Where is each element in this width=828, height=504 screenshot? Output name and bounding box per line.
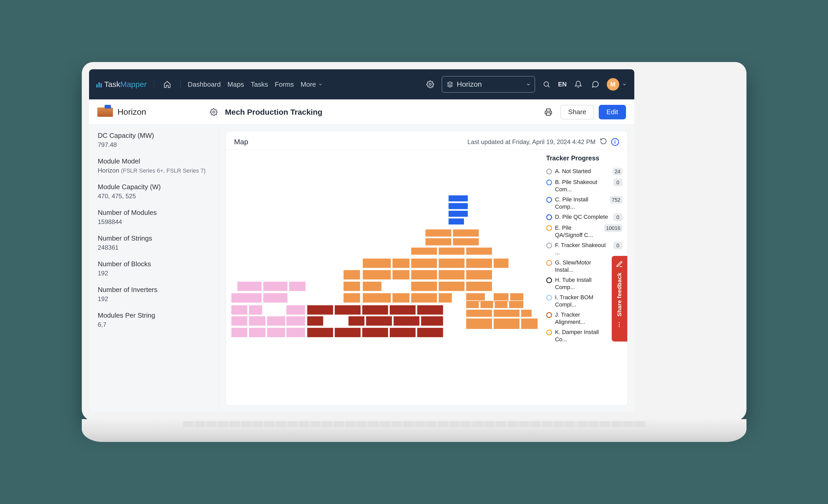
map-block[interactable] xyxy=(493,258,509,268)
map-block[interactable] xyxy=(237,281,262,291)
map-block[interactable] xyxy=(417,328,443,337)
map-block[interactable] xyxy=(343,293,360,303)
brand-logo[interactable]: TaskMapper xyxy=(96,80,147,89)
legend-item[interactable]: K. Damper Install Co...0 xyxy=(546,327,623,344)
map-block[interactable] xyxy=(466,281,492,291)
map-block[interactable] xyxy=(448,218,464,225)
map-block[interactable] xyxy=(363,258,391,268)
map-block[interactable] xyxy=(466,309,492,317)
map-block[interactable] xyxy=(466,247,492,255)
share-button[interactable]: Share xyxy=(560,105,594,119)
map-block[interactable] xyxy=(392,293,410,303)
legend-item[interactable]: E. Pile QA/Signoff C...10016 xyxy=(546,223,623,240)
map-block[interactable] xyxy=(231,316,248,326)
map-block[interactable] xyxy=(334,328,361,337)
search-icon[interactable] xyxy=(541,79,552,90)
map-block[interactable] xyxy=(480,300,493,308)
legend-item[interactable]: D. Pile QC Complete0 xyxy=(546,212,623,223)
map-block[interactable] xyxy=(392,270,410,280)
legend-item[interactable]: F. Tracker Shakeout ...0 xyxy=(546,240,623,257)
map-block[interactable] xyxy=(466,258,492,268)
refresh-icon[interactable] xyxy=(600,137,607,146)
language-switch[interactable]: EN xyxy=(558,81,567,88)
map-block[interactable] xyxy=(248,316,265,326)
map-block[interactable] xyxy=(466,270,492,280)
map-block[interactable] xyxy=(453,238,479,246)
print-button[interactable] xyxy=(541,105,555,119)
legend-item[interactable]: A. Not Started24 xyxy=(546,166,623,177)
map-block[interactable] xyxy=(438,293,452,303)
map-block[interactable] xyxy=(307,316,324,326)
map-block[interactable] xyxy=(438,281,465,291)
legend-item[interactable]: G. Slew/Motor Instal...0 xyxy=(546,257,623,275)
legend-item[interactable]: C. Pile Install Comp...752 xyxy=(546,195,623,212)
map-block[interactable] xyxy=(231,305,248,315)
map-block[interactable] xyxy=(366,316,392,326)
map-block[interactable] xyxy=(521,309,532,317)
nav-more[interactable]: More xyxy=(301,80,323,88)
map-block[interactable] xyxy=(411,281,437,291)
map-block[interactable] xyxy=(343,281,360,291)
map-block[interactable] xyxy=(425,229,452,237)
edit-button[interactable]: Edit xyxy=(599,105,626,119)
map-block[interactable] xyxy=(466,300,479,308)
map-block[interactable] xyxy=(334,305,361,315)
map-block[interactable] xyxy=(411,258,437,268)
map-block[interactable] xyxy=(448,203,468,209)
info-icon[interactable]: i xyxy=(611,138,619,146)
map-block[interactable] xyxy=(263,293,287,303)
map-canvas[interactable] xyxy=(226,150,544,405)
nav-tasks[interactable]: Tasks xyxy=(251,80,268,88)
map-block[interactable] xyxy=(392,258,410,268)
map-block[interactable] xyxy=(438,258,465,268)
chat-icon[interactable] xyxy=(590,79,601,90)
map-block[interactable] xyxy=(411,270,437,280)
nav-maps[interactable]: Maps xyxy=(227,80,244,88)
map-block[interactable] xyxy=(438,270,465,280)
map-block[interactable] xyxy=(521,318,538,329)
map-block[interactable] xyxy=(286,328,305,337)
map-block[interactable] xyxy=(493,318,520,329)
map-block[interactable] xyxy=(248,305,262,315)
map-block[interactable] xyxy=(231,293,262,303)
legend-item[interactable]: B. Pile Shakeout Com...0 xyxy=(546,177,623,195)
map-block[interactable] xyxy=(453,229,479,237)
legend-item[interactable]: I. Tracker BOM Compl...0 xyxy=(546,292,623,309)
map-block[interactable] xyxy=(362,305,388,315)
map-block[interactable] xyxy=(411,293,437,303)
legend-item[interactable]: H. Tube Install Comp...0 xyxy=(546,275,623,292)
map-block[interactable] xyxy=(263,281,287,291)
map-block[interactable] xyxy=(411,247,437,255)
map-block[interactable] xyxy=(267,316,285,326)
user-menu[interactable]: M xyxy=(607,78,627,91)
map-block[interactable] xyxy=(509,300,524,308)
map-block[interactable] xyxy=(307,305,333,315)
map-block[interactable] xyxy=(362,328,388,337)
map-block[interactable] xyxy=(494,300,508,308)
map-block[interactable] xyxy=(448,210,468,217)
map-block[interactable] xyxy=(363,293,391,303)
nav-dashboard[interactable]: Dashboard xyxy=(188,80,221,88)
map-block[interactable] xyxy=(389,328,416,337)
map-block[interactable] xyxy=(307,328,333,337)
map-block[interactable] xyxy=(438,247,465,255)
map-block[interactable] xyxy=(363,281,382,291)
project-selector[interactable]: Horizon xyxy=(442,76,535,93)
legend-item[interactable]: J. Tracker Alignment...0 xyxy=(546,309,623,327)
map-block[interactable] xyxy=(421,316,443,326)
map-block[interactable] xyxy=(393,316,420,326)
map-block[interactable] xyxy=(267,328,285,337)
map-block[interactable] xyxy=(363,270,391,280)
map-block[interactable] xyxy=(389,305,416,315)
home-icon[interactable] xyxy=(162,79,173,90)
map-block[interactable] xyxy=(493,309,520,317)
notifications-icon[interactable] xyxy=(573,79,584,90)
map-block[interactable] xyxy=(425,238,452,246)
settings-icon[interactable] xyxy=(424,79,436,90)
map-block[interactable] xyxy=(466,318,492,329)
map-block[interactable] xyxy=(286,305,305,315)
project-settings-icon[interactable] xyxy=(208,107,219,118)
map-block[interactable] xyxy=(289,281,306,291)
map-block[interactable] xyxy=(348,316,365,326)
map-block[interactable] xyxy=(417,305,443,315)
